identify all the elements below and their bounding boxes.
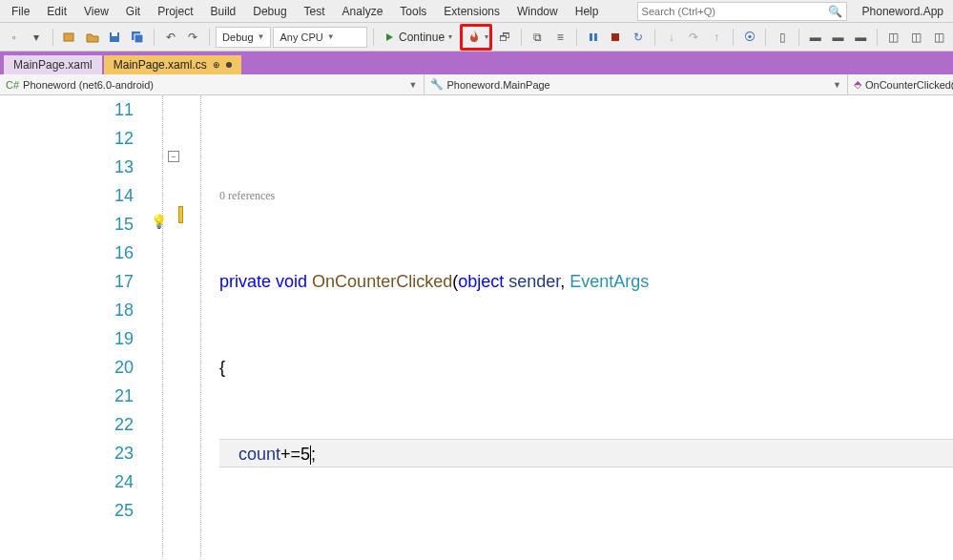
- stop-icon[interactable]: [606, 27, 627, 48]
- menu-edit[interactable]: Edit: [39, 3, 74, 20]
- pause-icon[interactable]: [583, 27, 604, 48]
- svg-rect-2: [112, 32, 117, 36]
- stack-icon[interactable]: ≡: [549, 27, 570, 48]
- step-over-icon[interactable]: ↷: [684, 27, 705, 48]
- svg-rect-7: [611, 33, 619, 41]
- line-number: 23: [0, 439, 134, 467]
- menu-project[interactable]: Project: [150, 3, 200, 20]
- redo-icon[interactable]: ↷: [182, 27, 203, 48]
- chevron-down-icon: ▼: [409, 80, 418, 90]
- search-input[interactable]: [642, 6, 828, 17]
- continue-button[interactable]: Continue▾: [380, 27, 458, 48]
- line-number: 12: [0, 124, 134, 153]
- line-number: 13: [0, 153, 134, 181]
- code-area[interactable]: 0 references private void OnCounterClick…: [162, 95, 953, 560]
- menu-view[interactable]: View: [76, 3, 116, 20]
- new-project-icon[interactable]: [59, 27, 80, 48]
- step-out-icon[interactable]: ↑: [706, 27, 727, 48]
- save-all-icon[interactable]: [127, 27, 148, 48]
- hot-reload-dropdown[interactable]: ▾: [485, 32, 488, 41]
- line-number: 20: [0, 353, 134, 382]
- window6-icon[interactable]: ◫: [928, 27, 949, 48]
- toolbar: ◦ ▾ ↶ ↷ Debug▼ Any CPU▼ Continue▾ ▾ 🗗 ⧉ …: [0, 23, 953, 52]
- window2-icon[interactable]: ▬: [828, 27, 849, 48]
- menu-git[interactable]: Git: [118, 3, 148, 20]
- chevron-down-icon: ▼: [833, 80, 841, 90]
- line-number: 19: [0, 324, 134, 353]
- line-number: 21: [0, 382, 134, 410]
- tab-mainpage-xaml-cs[interactable]: MainPage.xaml.cs ⊕: [104, 55, 241, 74]
- svg-rect-0: [64, 33, 73, 41]
- line-number: 15: [0, 210, 134, 239]
- crumb-class[interactable]: 🔧 Phoneword.MainPage ▼: [425, 74, 849, 94]
- line-number: 16: [0, 239, 134, 267]
- hot-reload-highlight: ▾: [460, 24, 492, 51]
- save-icon[interactable]: [105, 27, 126, 48]
- window4-icon[interactable]: ◫: [883, 27, 904, 48]
- menu-test[interactable]: Test: [297, 3, 333, 20]
- menu-tools[interactable]: Tools: [392, 3, 434, 20]
- menu-build[interactable]: Build: [203, 3, 244, 20]
- crumb-project[interactable]: C# Phoneword (net6.0-android) ▼: [0, 74, 425, 94]
- separator: [373, 29, 374, 46]
- search-box[interactable]: 🔍: [637, 2, 847, 21]
- line-number: 17: [0, 267, 134, 296]
- crumb-method[interactable]: ⬘ OnCounterClicked(ob: [848, 74, 953, 94]
- separator: [765, 29, 766, 46]
- separator: [798, 29, 799, 46]
- hot-reload-button[interactable]: [464, 27, 485, 48]
- crumb-project-label: Phoneword (net6.0-android): [23, 79, 154, 91]
- svg-rect-5: [590, 33, 592, 41]
- line-number: 25: [0, 496, 134, 525]
- csharp-project-icon: C#: [6, 79, 19, 91]
- separator: [209, 29, 210, 46]
- svg-rect-6: [594, 33, 597, 41]
- layout-icon[interactable]: ▯: [772, 27, 793, 48]
- menu-extensions[interactable]: Extensions: [436, 3, 508, 20]
- menu-analyze[interactable]: Analyze: [335, 3, 391, 20]
- code-editor[interactable]: 11 12 13 14 15 16 17 18 19 20 21 22 23 2…: [0, 95, 953, 560]
- dirty-indicator-icon: [226, 62, 232, 68]
- crumb-method-label: OnCounterClicked(ob: [865, 79, 953, 91]
- class-icon: 🔧: [430, 78, 444, 91]
- search-icon: 🔍: [828, 5, 842, 18]
- separator: [154, 29, 155, 46]
- menu-help[interactable]: Help: [568, 3, 607, 20]
- menu-bar: File Edit View Git Project Build Debug T…: [0, 0, 953, 23]
- restart-icon[interactable]: ↻: [628, 27, 649, 48]
- solution-name: Phoneword.App: [857, 5, 949, 18]
- nav-fwd-button[interactable]: ▾: [27, 27, 48, 48]
- menu-file[interactable]: File: [4, 3, 37, 20]
- pin-icon[interactable]: ⊕: [213, 60, 220, 70]
- platform-dropdown[interactable]: Any CPU▼: [273, 27, 367, 48]
- window5-icon[interactable]: ◫: [906, 27, 927, 48]
- window3-icon[interactable]: ▬: [850, 27, 871, 48]
- thread-icon[interactable]: ⧉: [528, 27, 549, 48]
- separator: [877, 29, 878, 46]
- separator: [576, 29, 577, 46]
- config-dropdown[interactable]: Debug▼: [216, 27, 271, 48]
- method-icon: ⬘: [854, 78, 861, 91]
- window1-icon[interactable]: ▬: [805, 27, 826, 48]
- undo-icon[interactable]: ↶: [160, 27, 181, 48]
- separator: [733, 29, 734, 46]
- document-tabs: MainPage.xaml MainPage.xaml.cs ⊕: [0, 52, 953, 74]
- tab-mainpage-xaml[interactable]: MainPage.xaml: [4, 55, 102, 74]
- line-number: 11: [0, 95, 134, 124]
- crumb-class-label: Phoneword.MainPage: [447, 79, 550, 91]
- line-gutter: 11 12 13 14 15 16 17 18 19 20 21 22 23 2…: [0, 95, 162, 560]
- menu-window[interactable]: Window: [509, 3, 566, 20]
- separator: [521, 29, 522, 46]
- line-number: 18: [0, 296, 134, 324]
- menu-debug[interactable]: Debug: [245, 3, 294, 20]
- nav-back-button[interactable]: ◦: [4, 27, 25, 48]
- open-file-icon[interactable]: [82, 27, 103, 48]
- breakpoints-icon[interactable]: ⦿: [739, 27, 760, 48]
- codelens-references[interactable]: 0 references: [219, 181, 953, 210]
- separator: [654, 29, 655, 46]
- separator: [52, 29, 53, 46]
- step-into-icon[interactable]: ↓: [661, 27, 682, 48]
- svg-rect-4: [135, 34, 143, 43]
- tab-label: MainPage.xaml.cs: [114, 58, 207, 72]
- process-icon[interactable]: 🗗: [494, 27, 515, 48]
